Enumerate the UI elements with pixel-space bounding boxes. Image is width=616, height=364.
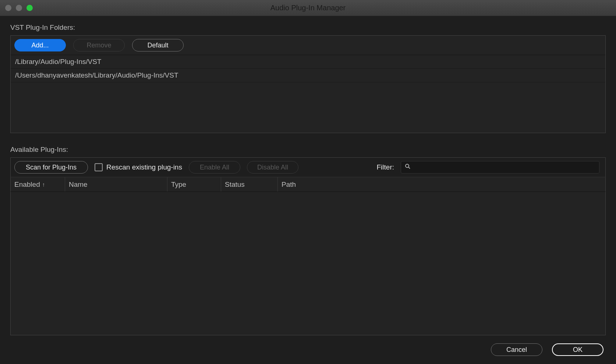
- plugins-panel: Scan for Plug-Ins Rescan existing plug-i…: [10, 157, 606, 335]
- plugins-section-label: Available Plug-Ins:: [10, 146, 606, 154]
- ok-button[interactable]: OK: [552, 343, 603, 356]
- window-maximize-icon[interactable]: [26, 5, 33, 11]
- filter-input[interactable]: [401, 161, 599, 174]
- column-header-type[interactable]: Type: [167, 177, 221, 192]
- content: VST Plug-In Folders: Add... Remove Defau…: [0, 16, 616, 364]
- titlebar[interactable]: Audio Plug-In Manager: [0, 0, 616, 16]
- folders-toolbar: Add... Remove Default: [11, 36, 605, 55]
- window-title: Audio Plug-In Manager: [270, 4, 346, 12]
- folder-row[interactable]: /Users/dhanyavenkatesh/Library/Audio/Plu…: [11, 69, 605, 82]
- window-minimize-icon[interactable]: [16, 5, 22, 11]
- plugins-toolbar: Scan for Plug-Ins Rescan existing plug-i…: [10, 157, 606, 177]
- svg-point-0: [406, 164, 409, 168]
- plugins-table-header: Enabled ↑ Name Type Status Path: [10, 177, 606, 192]
- filter-search-wrap: [401, 161, 599, 174]
- checkbox-icon: [95, 163, 103, 171]
- column-header-status[interactable]: Status: [221, 177, 278, 192]
- column-header-name[interactable]: Name: [65, 177, 167, 192]
- sort-ascending-icon: ↑: [42, 181, 45, 188]
- folder-row[interactable]: /Library/Audio/Plug-Ins/VST: [11, 55, 605, 69]
- disable-all-button: Disable All: [247, 161, 298, 174]
- column-header-path[interactable]: Path: [278, 181, 605, 189]
- scan-plugins-button[interactable]: Scan for Plug-Ins: [14, 161, 88, 174]
- dialog-footer: Cancel OK: [10, 335, 606, 357]
- column-header-enabled[interactable]: Enabled ↑: [11, 177, 65, 192]
- traffic-lights: [0, 5, 33, 11]
- default-folder-button[interactable]: Default: [132, 39, 184, 51]
- rescan-checkbox[interactable]: Rescan existing plug-ins: [95, 163, 182, 171]
- window-close-icon[interactable]: [5, 5, 11, 11]
- cancel-button[interactable]: Cancel: [491, 343, 542, 356]
- filter-label: Filter:: [377, 163, 394, 171]
- add-folder-button[interactable]: Add...: [14, 39, 66, 51]
- folders-section-label: VST Plug-In Folders:: [10, 24, 606, 32]
- remove-folder-button: Remove: [73, 39, 125, 51]
- svg-line-1: [408, 167, 410, 168]
- folder-list[interactable]: /Library/Audio/Plug-Ins/VST /Users/dhany…: [11, 55, 605, 133]
- folders-panel: Add... Remove Default /Library/Audio/Plu…: [10, 35, 606, 133]
- rescan-checkbox-label: Rescan existing plug-ins: [106, 163, 182, 171]
- search-icon: [404, 163, 411, 172]
- plugins-table-body[interactable]: [10, 192, 606, 335]
- enable-all-button: Enable All: [189, 161, 240, 174]
